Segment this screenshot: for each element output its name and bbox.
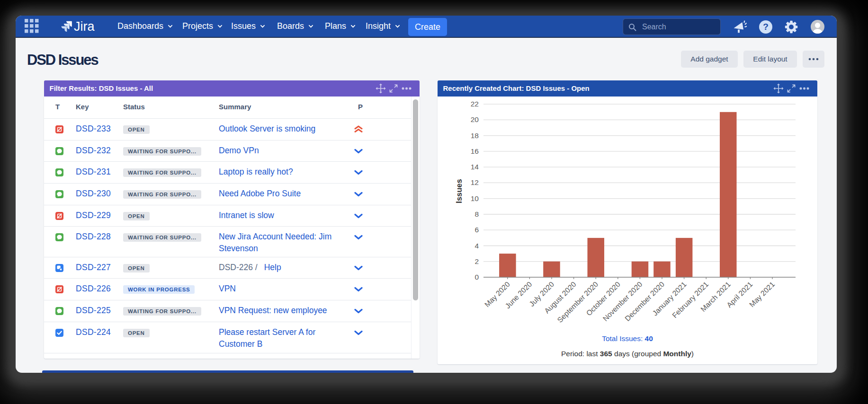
svg-text:November 2020: November 2020 [601, 280, 644, 323]
svg-text:20: 20 [471, 115, 479, 123]
svg-text:2: 2 [474, 257, 479, 265]
svg-text:8: 8 [474, 210, 479, 218]
svg-text:December 2020: December 2020 [623, 280, 666, 323]
svg-text:6: 6 [474, 226, 479, 234]
svg-text:18: 18 [471, 132, 479, 140]
svg-text:0: 0 [474, 273, 479, 281]
svg-text:Issues: Issues [455, 179, 463, 203]
svg-text:16: 16 [471, 147, 479, 155]
svg-text:22: 22 [471, 100, 479, 108]
svg-text:Period: last 365 days (grouped: Period: last 365 days (grouped Monthly) [561, 350, 694, 358]
svg-text:10: 10 [471, 194, 479, 202]
svg-text:12: 12 [471, 178, 479, 186]
svg-text:September 2020: September 2020 [555, 280, 600, 324]
svg-text:14: 14 [471, 163, 479, 171]
svg-text:Total Issues: 40: Total Issues: 40 [602, 334, 653, 343]
svg-text:4: 4 [474, 242, 479, 250]
